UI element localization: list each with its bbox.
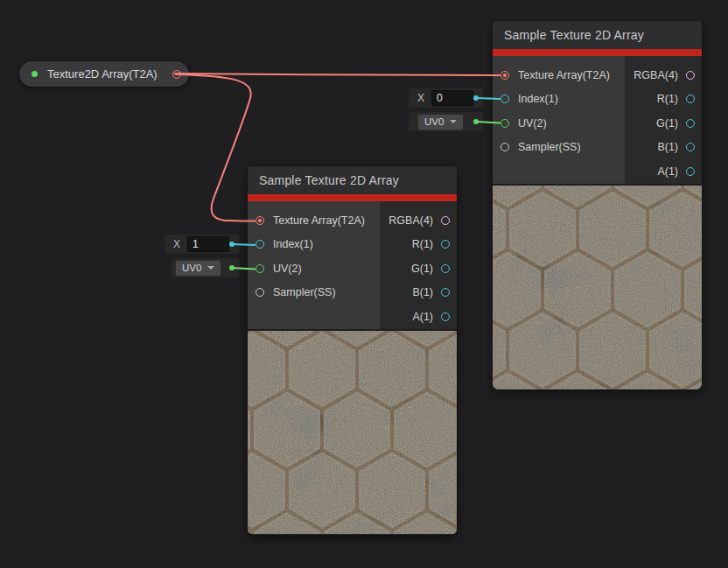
- index-value-input[interactable]: [431, 90, 473, 106]
- chevron-down-icon: [450, 120, 457, 123]
- node-accent-bar: [248, 194, 457, 201]
- port-row-index: Index(1): [493, 88, 625, 112]
- property-node-label: Texture2D Array(T2A): [47, 67, 158, 81]
- x-field-label: X: [173, 238, 180, 250]
- node-port-area: Texture Array(T2A) Index(1) UV(2) Sample…: [493, 56, 702, 184]
- node-accent-bar: [493, 49, 702, 56]
- output-port-g[interactable]: [441, 264, 450, 273]
- port-label: Index(1): [273, 238, 313, 250]
- port-label: Texture Array(T2A): [273, 214, 365, 227]
- x-field-label: X: [417, 92, 424, 104]
- port-row-g: G(1): [380, 256, 457, 281]
- port-row-index: Index(1): [248, 233, 380, 257]
- port-row-b: B(1): [380, 281, 457, 305]
- wire-cap-dot: [473, 95, 479, 101]
- edge-texture-array-to-node1[interactable]: [178, 74, 255, 221]
- output-port-a[interactable]: [686, 167, 695, 176]
- property-node-texture2d-array[interactable]: Texture2D Array(T2A): [19, 61, 189, 87]
- port-row-uv: UV(2): [248, 256, 380, 281]
- input-port-index[interactable]: [256, 240, 264, 249]
- output-port-rgba[interactable]: [441, 216, 450, 225]
- node-title: Sample Texture 2D Array: [259, 173, 399, 187]
- node-sample-texture-2d-array-1[interactable]: Sample Texture 2D Array Texture Array(T2…: [248, 166, 457, 535]
- input-port-uv[interactable]: [256, 264, 264, 273]
- port-label: G(1): [411, 263, 433, 275]
- port-label: B(1): [412, 286, 433, 298]
- port-row-texture-array: Texture Array(T2A): [248, 208, 380, 233]
- node-title-bar[interactable]: Sample Texture 2D Array: [493, 21, 702, 49]
- texture-preview: [248, 329, 457, 535]
- uv-channel-dropdown[interactable]: UV0: [176, 261, 220, 276]
- port-row-texture-array: Texture Array(T2A): [493, 63, 625, 88]
- port-label: R(1): [657, 93, 678, 105]
- chevron-down-icon: [207, 266, 214, 270]
- property-output-port[interactable]: [172, 70, 181, 79]
- index-value-widget-0: X: [409, 88, 483, 108]
- uv-channel-widget-1: UV0: [172, 258, 239, 277]
- edge-texture-array-to-node0[interactable]: [175, 74, 500, 75]
- node-title: Sample Texture 2D Array: [504, 28, 644, 42]
- port-row-g: G(1): [625, 111, 702, 136]
- port-label: R(1): [412, 238, 433, 250]
- output-port-rgba[interactable]: [686, 71, 695, 80]
- input-port-column: Texture Array(T2A) Index(1) UV(2) Sample…: [248, 201, 380, 329]
- port-label: Sampler(SS): [273, 286, 336, 298]
- uv-channel-dropdown[interactable]: UV0: [418, 115, 463, 130]
- input-port-sampler[interactable]: [500, 143, 509, 151]
- wire-cap-dot: [229, 265, 234, 270]
- port-row-a: A(1): [380, 305, 457, 329]
- port-label: G(1): [656, 117, 678, 130]
- wire-cap-dot: [473, 119, 479, 124]
- port-label: A(1): [412, 311, 433, 323]
- port-row-b: B(1): [625, 136, 702, 160]
- port-row-uv: UV(2): [493, 111, 625, 136]
- output-port-r[interactable]: [686, 95, 695, 103]
- port-label: RGBA(4): [388, 214, 433, 227]
- uv-channel-widget-0: UV0: [409, 112, 483, 131]
- output-port-a[interactable]: [441, 312, 450, 321]
- output-port-column: RGBA(4) R(1) G(1) B(1) A(1): [625, 56, 702, 184]
- index-value-widget-1: X: [164, 235, 239, 254]
- texture-preview: [493, 184, 702, 389]
- input-port-index[interactable]: [500, 95, 509, 103]
- port-label: Sampler(SS): [518, 141, 581, 153]
- input-port-sampler[interactable]: [256, 288, 264, 297]
- wire-cap-dot: [229, 242, 234, 247]
- uv-channel-value: UV0: [182, 263, 201, 273]
- port-row-rgba: RGBA(4): [380, 208, 457, 233]
- port-label: UV(2): [518, 117, 547, 130]
- port-row-rgba: RGBA(4): [625, 63, 702, 88]
- input-port-texture-array[interactable]: [500, 71, 509, 80]
- port-label: Index(1): [518, 93, 558, 105]
- port-row-r: R(1): [380, 233, 457, 257]
- output-port-g[interactable]: [686, 119, 695, 128]
- port-row-r: R(1): [625, 88, 702, 112]
- port-label: RGBA(4): [634, 69, 678, 81]
- port-label: B(1): [657, 141, 678, 153]
- node-title-bar[interactable]: Sample Texture 2D Array: [248, 166, 457, 194]
- port-label: UV(2): [273, 263, 302, 275]
- port-row-sampler: Sampler(SS): [493, 136, 625, 160]
- port-row-a: A(1): [625, 159, 702, 184]
- output-port-r[interactable]: [441, 240, 450, 249]
- output-port-column: RGBA(4) R(1) G(1) B(1) A(1): [380, 201, 457, 329]
- node-port-area: Texture Array(T2A) Index(1) UV(2) Sample…: [248, 201, 457, 329]
- node-sample-texture-2d-array-0[interactable]: Sample Texture 2D Array Texture Array(T2…: [493, 21, 702, 389]
- property-exposed-dot-icon: [32, 71, 38, 77]
- port-row-sampler: Sampler(SS): [248, 281, 380, 305]
- input-port-texture-array[interactable]: [256, 216, 264, 225]
- input-port-uv[interactable]: [500, 119, 509, 128]
- uv-channel-value: UV0: [424, 116, 444, 127]
- output-port-b[interactable]: [441, 288, 450, 297]
- index-value-input[interactable]: [187, 236, 229, 252]
- port-label: A(1): [657, 165, 678, 178]
- output-port-b[interactable]: [686, 143, 695, 151]
- port-label: Texture Array(T2A): [518, 69, 610, 81]
- input-port-column: Texture Array(T2A) Index(1) UV(2) Sample…: [493, 56, 625, 184]
